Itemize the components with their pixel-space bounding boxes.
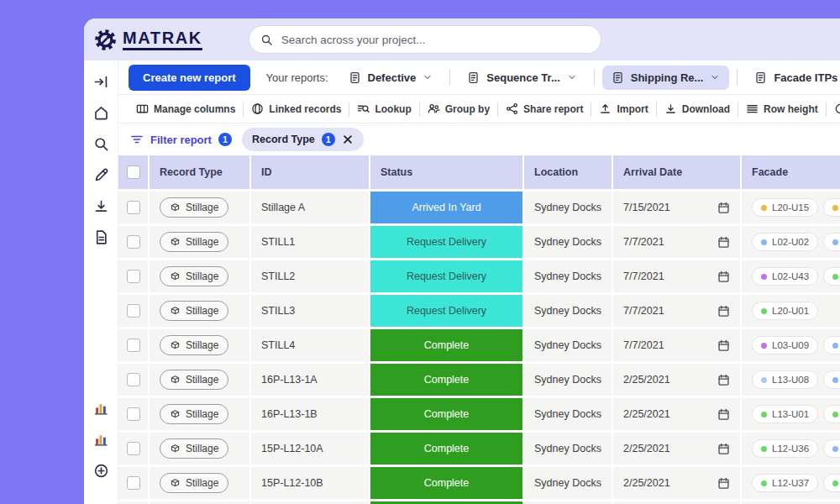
status-cell[interactable]: Complete <box>370 467 522 499</box>
arrival-date-cell[interactable]: 7/7/2021 <box>613 329 740 361</box>
linked-records-button[interactable]: Linked records <box>244 102 349 115</box>
facade-tag-l1[interactable]: L1 <box>823 370 840 389</box>
download-icon[interactable] <box>93 198 109 214</box>
bar-chart-icon-1[interactable] <box>93 401 109 417</box>
select-all-checkbox[interactable] <box>127 165 140 179</box>
location-cell[interactable]: Sydney Docks <box>524 433 612 465</box>
row-select-cell[interactable] <box>118 295 148 327</box>
facade-tag-l20-u01[interactable]: L20-U01 <box>752 302 818 320</box>
record-type-cell[interactable]: Stillage <box>150 467 249 499</box>
column-header-id[interactable]: ID <box>251 155 369 189</box>
row-select-cell[interactable] <box>118 398 148 430</box>
column-header-record-type[interactable]: Record Type <box>150 155 249 189</box>
row-select-cell[interactable] <box>118 467 148 499</box>
column-header-location[interactable]: Location <box>524 155 612 189</box>
status-cell[interactable]: Arrived In Yard <box>370 192 522 223</box>
search-icon[interactable] <box>93 136 109 152</box>
facade-tag-l13-u08[interactable]: L13-U08 <box>752 370 818 389</box>
download-button[interactable]: Download <box>657 102 738 115</box>
facade-tag-l1[interactable]: L1 <box>823 474 840 492</box>
facade-tag-l13-u01[interactable]: L13-U01 <box>752 405 818 423</box>
calendar-icon[interactable] <box>717 477 730 490</box>
calendar-icon[interactable] <box>717 339 730 352</box>
select-all-cell[interactable] <box>118 155 148 189</box>
arrival-date-cell[interactable]: 2/25/2021 <box>613 467 740 499</box>
record-type-tag[interactable]: Stillage <box>160 232 228 252</box>
facade-tag-l0[interactable]: L0 <box>823 267 840 286</box>
facade-tag-l12-u37[interactable]: L12-U37 <box>752 474 818 492</box>
document-icon[interactable] <box>93 229 109 245</box>
record-type-cell[interactable]: Stillage <box>150 260 249 292</box>
facade-tag-l02-u02[interactable]: L02-U02 <box>752 233 818 251</box>
record-type-tag[interactable]: Stillage <box>160 301 228 321</box>
status-cell[interactable]: Complete <box>370 433 522 465</box>
facade-cell[interactable]: L20-U15L2 <box>742 192 840 223</box>
matrak-logo[interactable]: MATRAK <box>94 29 202 51</box>
collapse-sidebar-icon[interactable] <box>93 74 109 90</box>
facade-cell[interactable]: L03-U09L0 <box>742 329 840 361</box>
search-input[interactable] <box>280 33 590 47</box>
id-cell[interactable]: STILL4 <box>251 329 369 361</box>
calendar-icon[interactable] <box>717 443 730 455</box>
location-cell[interactable]: Sydney Docks <box>524 260 612 292</box>
row-height-button[interactable]: Row height <box>738 102 826 115</box>
lookup-button[interactable]: Lookup <box>349 102 418 115</box>
column-header-facade[interactable]: Facade <box>742 155 840 189</box>
calendar-icon[interactable] <box>717 202 730 214</box>
id-cell[interactable]: 15P-L12-10A <box>251 433 369 465</box>
home-icon[interactable] <box>93 105 109 121</box>
report-tab-shipping-re[interactable]: Shipping Re... <box>602 66 730 90</box>
row-select-cell[interactable] <box>118 364 148 396</box>
arrival-date-cell[interactable]: 7/15/2021 <box>613 192 740 223</box>
record-type-cell[interactable]: Stillage <box>150 433 249 465</box>
row-checkbox[interactable] <box>127 270 140 283</box>
filter-report-button[interactable]: Filter report 1 <box>130 133 232 146</box>
status-cell[interactable]: Request Delivery <box>370 295 522 327</box>
record-type-tag[interactable]: Stillage <box>160 266 228 286</box>
record-type-tag[interactable]: Stillage <box>160 404 228 424</box>
facade-tag-l0[interactable]: L0 <box>823 439 840 458</box>
facade-cell[interactable]: L02-U43L0 <box>742 260 840 292</box>
facade-cell[interactable]: L13-U08L1 <box>742 364 840 396</box>
manage-columns-button[interactable]: Manage columns <box>129 102 243 115</box>
record-type-cell[interactable]: Stillage <box>150 192 249 223</box>
record-type-cell[interactable]: Stillage <box>150 329 249 361</box>
arrival-date-cell[interactable]: 7/7/2021 <box>613 260 740 292</box>
facade-tag-l12-u36[interactable]: L12-U36 <box>752 439 818 458</box>
calendar-icon[interactable] <box>717 374 730 386</box>
calendar-icon[interactable] <box>717 305 730 318</box>
row-select-cell[interactable] <box>118 329 148 361</box>
row-select-cell[interactable] <box>118 433 148 465</box>
facade-cell[interactable]: L13-U01L1 <box>742 398 840 430</box>
arrival-date-cell[interactable]: 2/25/2021 <box>613 433 740 465</box>
report-tab-facade-itps[interactable]: Facade ITPs <box>745 66 840 90</box>
location-cell[interactable]: Sydney Docks <box>524 364 612 396</box>
location-cell[interactable]: Sydney Docks <box>524 192 612 223</box>
calendar-icon[interactable] <box>717 270 730 283</box>
create-new-report-button[interactable]: Create new report <box>129 65 250 91</box>
status-cell[interactable]: Complete <box>370 364 522 396</box>
facade-tag-l0[interactable]: L0 <box>823 336 840 354</box>
filter-chip-record-type[interactable]: Record Type 1 <box>242 128 364 151</box>
record-type-cell[interactable]: Stillage <box>150 364 249 396</box>
row-checkbox[interactable] <box>127 476 140 490</box>
report-tab-sequence-tr[interactable]: Sequence Tr... <box>458 66 585 90</box>
close-icon[interactable] <box>342 134 354 145</box>
global-search[interactable] <box>249 25 601 54</box>
record-type-tag[interactable]: Stillage <box>160 370 228 390</box>
location-cell[interactable]: Sydney Docks <box>524 329 612 361</box>
calendar-icon[interactable] <box>717 236 730 249</box>
r-button[interactable]: R <box>827 102 840 115</box>
column-header-arrival-date[interactable]: Arrival Date <box>613 155 740 189</box>
import-button[interactable]: Import <box>591 102 655 115</box>
record-type-tag[interactable]: Stillage <box>160 438 228 459</box>
facade-cell[interactable]: L12-U37L1 <box>742 467 840 499</box>
id-cell[interactable]: 16P-L13-1A <box>251 364 369 396</box>
bar-chart-icon-2[interactable] <box>93 432 109 448</box>
location-cell[interactable]: Sydney Docks <box>524 467 612 499</box>
id-cell[interactable]: STILL1 <box>251 226 369 258</box>
status-cell[interactable]: Request Delivery <box>370 226 522 258</box>
row-checkbox[interactable] <box>127 201 140 214</box>
facade-cell[interactable]: L12-U36L0 <box>742 433 840 465</box>
row-select-cell[interactable] <box>118 192 148 223</box>
